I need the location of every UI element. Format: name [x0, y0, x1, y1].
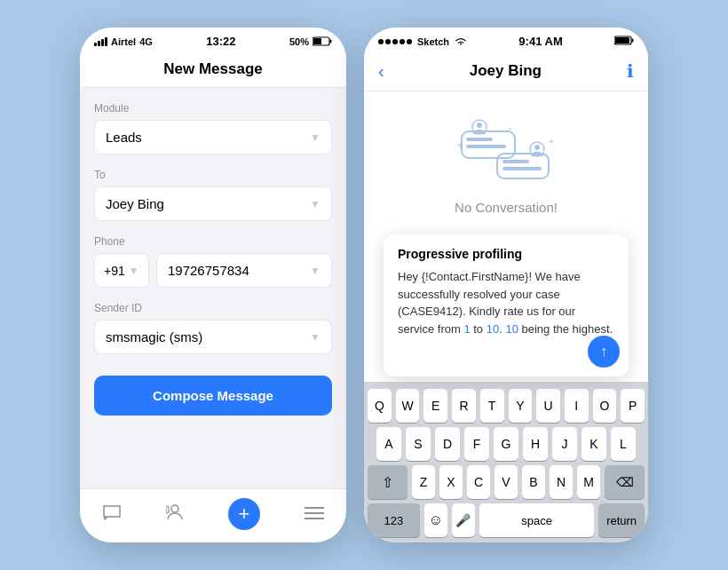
tooltip-popup: Progressive profiling Hey {!Contact.Firs…	[384, 234, 629, 376]
left-phone: Airtel 4G 13:22 50% New Message Module L…	[80, 28, 346, 542]
to-label: To	[94, 169, 332, 181]
key-u[interactable]: U	[536, 389, 560, 423]
phone-group: Phone +91 ▼ 19726757834 ▼	[94, 235, 332, 288]
prefix-chevron-icon: ▼	[129, 265, 139, 277]
svg-rect-9	[631, 39, 633, 43]
key-z[interactable]: Z	[412, 465, 435, 499]
highlight-1: 1	[463, 322, 470, 336]
space-key[interactable]: space	[479, 503, 594, 537]
right-time: 9:41 AM	[518, 35, 562, 48]
svg-rect-12	[466, 138, 493, 141]
emoji-key[interactable]: ☺	[424, 503, 447, 537]
tooltip-body: Hey {!Contact.FirstName}! We have succes…	[398, 268, 614, 337]
battery-icon	[313, 36, 332, 46]
svg-point-3	[171, 505, 178, 512]
key-h[interactable]: H	[523, 427, 548, 461]
send-button[interactable]: ↑	[588, 336, 620, 368]
compose-nav-icon[interactable]: +	[228, 498, 260, 530]
send-icon: ↑	[600, 344, 607, 360]
shift-key[interactable]: ⇧	[368, 465, 408, 499]
svg-text:+: +	[457, 139, 463, 152]
key-g[interactable]: G	[494, 427, 518, 461]
key-l[interactable]: L	[611, 427, 636, 461]
status-bar-left: Airtel 4G 13:22 50%	[80, 28, 346, 51]
menu-nav-icon[interactable]	[305, 504, 324, 525]
to-select[interactable]: Joey Bing ▼	[94, 186, 332, 221]
no-conversation-text: No Conversation!	[455, 200, 558, 215]
nav-header-left: New Message	[80, 51, 346, 88]
svg-rect-17	[502, 160, 529, 163]
key-a[interactable]: A	[376, 427, 401, 461]
sender-select[interactable]: smsmagic (sms) ▼	[94, 320, 332, 354]
key-y[interactable]: Y	[509, 389, 533, 423]
key-q[interactable]: Q	[368, 389, 392, 423]
phone-input-group: +91 ▼ 19726757834 ▼	[94, 253, 332, 288]
compose-message-button[interactable]: Compose Message	[94, 376, 332, 416]
module-label: Module	[94, 102, 332, 115]
key-p[interactable]: P	[621, 389, 645, 423]
tooltip-title: Progressive profiling	[398, 247, 614, 261]
chat-area: + + + No Conversation!	[364, 91, 648, 234]
nav-title-right: Joey Bing	[470, 62, 542, 80]
key-m[interactable]: M	[577, 465, 600, 499]
svg-point-20	[534, 145, 540, 150]
chat-nav-icon[interactable]	[102, 504, 122, 525]
status-left: Airtel 4G	[94, 36, 153, 47]
battery-label: 50%	[289, 36, 309, 47]
keyboard-row-bottom: 123 ☺ 🎤 space return	[368, 503, 645, 537]
svg-rect-10	[615, 37, 629, 44]
svg-text:+: +	[508, 125, 512, 133]
network-label: 4G	[139, 36, 153, 47]
chevron-down-icon2: ▼	[310, 198, 320, 210]
key-n[interactable]: N	[550, 465, 573, 499]
info-icon[interactable]: ℹ	[627, 60, 634, 82]
key-o[interactable]: O	[593, 389, 617, 423]
key-f[interactable]: F	[464, 427, 489, 461]
highlight-3: 10	[505, 322, 518, 336]
key-j[interactable]: J	[552, 427, 577, 461]
module-select[interactable]: Leads ▼	[94, 120, 332, 154]
key-d[interactable]: D	[435, 427, 460, 461]
sender-group: Sender ID smsmagic (sms) ▼	[94, 302, 332, 354]
svg-rect-4	[166, 506, 169, 513]
mic-key[interactable]: 🎤	[452, 503, 475, 537]
right-battery	[614, 36, 634, 47]
numbers-key[interactable]: 123	[368, 503, 420, 537]
key-v[interactable]: V	[495, 465, 518, 499]
back-button[interactable]: ‹	[378, 61, 384, 82]
phone-number-select[interactable]: 19726757834 ▼	[156, 253, 332, 288]
sender-label: Sender ID	[94, 302, 332, 314]
tooltip-container: Progressive profiling Hey {!Contact.Firs…	[364, 234, 648, 376]
svg-rect-1	[330, 40, 332, 44]
form-content: Module Leads ▼ To Joey Bing ▼ Phone +91 …	[80, 88, 346, 430]
key-x[interactable]: X	[439, 465, 463, 499]
keyboard-row-1: Q W E R T Y U I O P	[368, 389, 645, 423]
module-group: Module Leads ▼	[94, 102, 332, 154]
highlight-2: 10	[487, 322, 499, 336]
return-key[interactable]: return	[598, 503, 645, 537]
module-value: Leads	[106, 130, 142, 145]
phone-prefix-select[interactable]: +91 ▼	[94, 253, 149, 288]
key-k[interactable]: K	[582, 427, 606, 461]
key-i[interactable]: I	[565, 389, 589, 423]
key-r[interactable]: R	[452, 389, 476, 423]
key-t[interactable]: T	[480, 389, 504, 423]
keyboard: Q W E R T Y U I O P A S D F G H J K L ⇧ …	[364, 382, 648, 542]
right-carrier: Sketch	[417, 36, 449, 47]
delete-key[interactable]: ⌫	[605, 465, 645, 499]
keyboard-row-3: ⇧ Z X C V B N M ⌫	[368, 465, 645, 499]
key-w[interactable]: W	[396, 389, 420, 423]
signal-bars	[94, 37, 107, 46]
phone-label: Phone	[94, 235, 332, 248]
key-c[interactable]: C	[467, 465, 490, 499]
key-b[interactable]: B	[522, 465, 545, 499]
key-s[interactable]: S	[406, 427, 431, 461]
svg-rect-2	[313, 38, 321, 44]
key-e[interactable]: E	[423, 389, 447, 423]
signal-dots: Sketch	[378, 36, 467, 47]
svg-rect-13	[466, 145, 506, 148]
sender-value: smsmagic (sms)	[106, 329, 202, 344]
svg-rect-18	[502, 167, 542, 170]
wifi-icon	[455, 37, 467, 46]
contacts-nav-icon[interactable]	[166, 503, 184, 526]
